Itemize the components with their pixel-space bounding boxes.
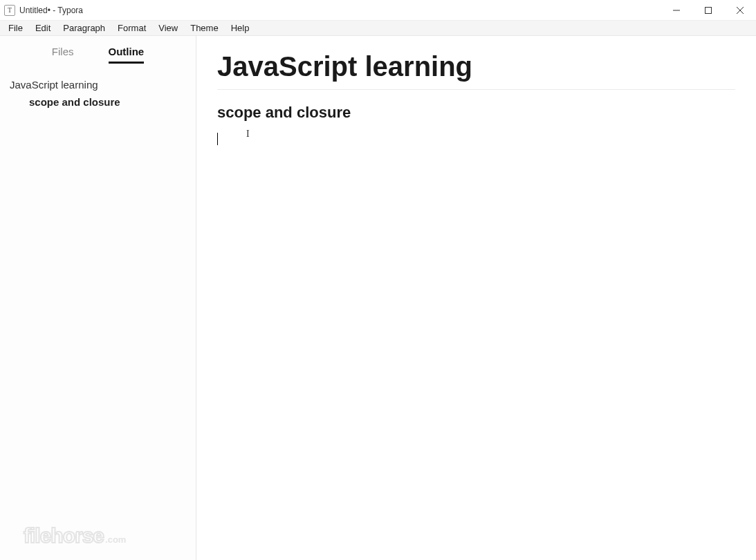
close-button[interactable] bbox=[724, 0, 756, 20]
tab-files[interactable]: Files bbox=[52, 46, 74, 64]
maximize-button[interactable] bbox=[692, 0, 724, 20]
watermark: filehorse .com bbox=[24, 524, 126, 548]
titlebar-left: T Untitled• - Typora bbox=[0, 5, 83, 16]
sidebar-tabs: Files Outline bbox=[0, 36, 196, 69]
document-heading-1[interactable]: JavaScript learning bbox=[217, 51, 735, 90]
close-icon bbox=[737, 7, 744, 14]
outline-item-h2[interactable]: scope and closure bbox=[10, 93, 186, 111]
outline-list: JavaScript learning scope and closure bbox=[0, 69, 196, 118]
menubar: File Edit Paragraph Format View Theme He… bbox=[0, 21, 756, 36]
app-icon: T bbox=[4, 5, 15, 16]
menu-file[interactable]: File bbox=[3, 21, 28, 35]
minimize-button[interactable] bbox=[661, 0, 692, 20]
menu-theme[interactable]: Theme bbox=[185, 21, 223, 35]
workspace: Files Outline JavaScript learning scope … bbox=[0, 36, 756, 560]
menu-format[interactable]: Format bbox=[112, 21, 151, 35]
outline-item-h1[interactable]: JavaScript learning bbox=[10, 76, 186, 93]
editor-cursor-line[interactable]: I bbox=[217, 133, 735, 147]
maximize-icon bbox=[705, 7, 712, 14]
menu-help[interactable]: Help bbox=[225, 21, 255, 35]
tab-outline[interactable]: Outline bbox=[109, 46, 145, 64]
text-caret bbox=[217, 133, 218, 145]
minimize-icon bbox=[673, 7, 680, 14]
ibeam-cursor-icon: I bbox=[246, 129, 250, 140]
watermark-domain: .com bbox=[105, 534, 126, 545]
menu-edit[interactable]: Edit bbox=[30, 21, 56, 35]
window-controls bbox=[661, 0, 756, 20]
menu-paragraph[interactable]: Paragraph bbox=[57, 21, 111, 35]
document-heading-2[interactable]: scope and closure bbox=[217, 104, 735, 122]
editor-area[interactable]: JavaScript learning scope and closure I bbox=[196, 36, 756, 560]
titlebar: T Untitled• - Typora bbox=[0, 0, 756, 21]
window-title: Untitled• - Typora bbox=[19, 6, 83, 15]
watermark-text: filehorse bbox=[24, 524, 104, 548]
sidebar: Files Outline JavaScript learning scope … bbox=[0, 36, 196, 560]
menu-view[interactable]: View bbox=[153, 21, 183, 35]
svg-rect-1 bbox=[706, 7, 712, 13]
